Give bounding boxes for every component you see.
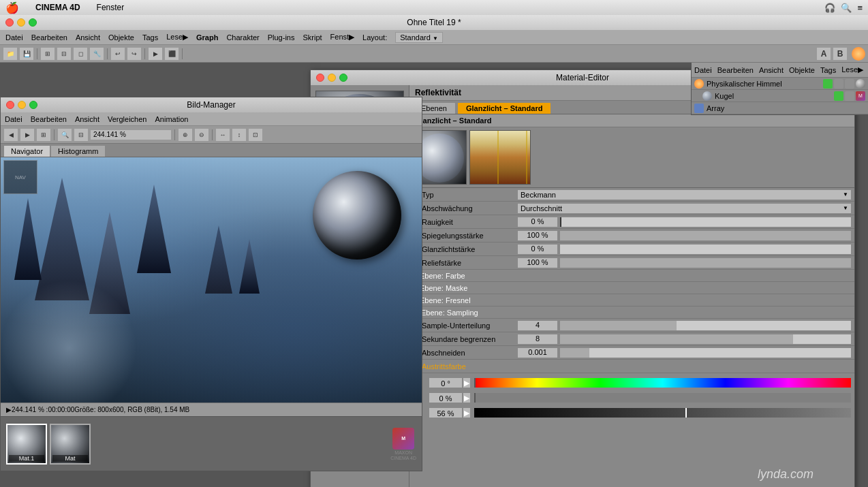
menu-charakter[interactable]: Charakter [226, 33, 259, 42]
obj-item-kugel[interactable]: Kugel M [692, 90, 868, 102]
prop-slider-raui[interactable] [559, 217, 852, 227]
menu-bearbeiten[interactable]: Bearbeiten [31, 33, 67, 42]
bild-playback[interactable]: ▶ [6, 406, 12, 413]
section-ebene-farbe[interactable]: ▶ Ebene: Farbe [409, 270, 854, 282]
mat-thumb-mat[interactable]: Mat [50, 424, 91, 465]
bild-menu-bearbeiten[interactable]: Bearbeiten [31, 115, 67, 123]
menu-objekte[interactable]: Objekte [108, 33, 134, 42]
menu-skript[interactable]: Skript [303, 33, 322, 42]
toolbar-btn-8[interactable]: ↪ [127, 47, 142, 61]
color-value-v[interactable]: 56 % [429, 407, 463, 418]
bild-menu-datei[interactable]: Datei [5, 115, 22, 123]
bild-tool-1[interactable]: ◀ [3, 128, 18, 142]
bild-menu-ansicht[interactable]: Ansicht [75, 115, 99, 123]
toolbar-btn-render2[interactable]: ⬛ [164, 47, 179, 61]
toolbar-btn-4[interactable]: ⊟ [57, 47, 72, 61]
menu-fenst[interactable]: Fenst▶ [330, 33, 355, 42]
bild-tab-histogramm[interactable]: Histogramm [50, 145, 106, 157]
section-ebene-sampling[interactable]: ▼ Ebene: Sampling [409, 307, 854, 319]
menu-plugins[interactable]: Plug-ins [268, 33, 295, 42]
bild-tool-10[interactable]: ⊡ [248, 128, 263, 142]
search-icon[interactable]: 🔍 [841, 3, 852, 13]
bild-tab-navigator[interactable]: Navigator [3, 145, 50, 157]
fenster-menu[interactable]: Fenster [94, 3, 127, 12]
obj-menu-lese[interactable]: Lese▶ [841, 65, 863, 74]
bild-min[interactable] [18, 101, 26, 109]
color-value-h[interactable]: 0 ° [429, 377, 463, 388]
prop-input-reli[interactable]: 100 % [517, 257, 558, 268]
prop-input-sekund[interactable]: 8 [517, 334, 558, 345]
prop-slider-glanz[interactable] [559, 244, 852, 255]
mat-editor-min[interactable] [328, 74, 336, 82]
obj-tag-mat[interactable]: M [856, 91, 865, 101]
toolbar-btn-render[interactable]: ▶ [148, 47, 163, 61]
toolbar-btn-A[interactable]: A [816, 47, 831, 61]
bild-menu-animation[interactable]: Animation [155, 115, 188, 123]
prop-input-glanz[interactable]: 0 % [517, 244, 558, 255]
toolbar-btn-7[interactable]: ↩ [110, 47, 125, 61]
obj-menu-datei[interactable]: Datei [694, 66, 712, 74]
bild-tool-8[interactable]: ↔ [215, 128, 230, 142]
obj-tag-sphere[interactable] [856, 79, 865, 89]
bild-close[interactable] [6, 101, 14, 109]
bild-tool-2[interactable]: ▶ [20, 128, 35, 142]
airplay-icon[interactable]: 🎧 [824, 3, 835, 13]
menu-ansicht[interactable]: Ansicht [76, 33, 100, 42]
mat-editor-close[interactable] [316, 74, 324, 82]
prop-slider-sekund[interactable] [559, 334, 852, 345]
bild-zoom-input[interactable]: 244.141 % [90, 129, 172, 140]
color-stepper-v[interactable]: ▶ [463, 407, 471, 418]
obj-item-himmel[interactable]: Physikalischer Himmel [692, 78, 868, 90]
toolbar-btn-6[interactable]: 🔧 [89, 47, 104, 61]
apple-menu[interactable]: 🍎 [5, 1, 19, 14]
menu-tags[interactable]: Tags [142, 33, 158, 42]
section-ebene-maske[interactable]: ▶ Ebene: Maske [409, 282, 854, 294]
obj-menu-bearbeiten[interactable]: Bearbeiten [717, 66, 754, 74]
close-button[interactable] [5, 18, 14, 27]
prop-input-spieg[interactable]: 100 % [517, 230, 558, 241]
menu-datei[interactable]: Datei [5, 33, 23, 42]
material-thumb-2[interactable]: Mat [50, 424, 91, 465]
obj-tag-kugel-grey[interactable] [845, 91, 854, 101]
bild-tool-9[interactable]: ↕ [232, 128, 247, 142]
mat-editor-max[interactable] [339, 74, 347, 82]
obj-tag-kugel-green[interactable] [834, 91, 843, 101]
bild-tool-3[interactable]: ⊞ [36, 128, 51, 142]
app-name[interactable]: CINEMA 4D [33, 3, 83, 12]
menu-lese[interactable]: Lese▶ [166, 33, 188, 42]
color-stepper-s[interactable]: ▶ [463, 392, 471, 403]
toolbar-btn-1[interactable]: 📁 [3, 47, 18, 61]
bild-tool-7[interactable]: ⊖ [194, 128, 209, 142]
val-slider[interactable] [474, 407, 852, 418]
prop-slider-spieg[interactable] [559, 230, 852, 241]
toolbar-btn-B[interactable]: B [833, 47, 848, 61]
hue-slider[interactable] [474, 377, 852, 388]
minimize-button[interactable] [17, 18, 25, 27]
prop-select-absch[interactable]: Durchschnitt ▼ [517, 203, 852, 214]
prop-slider-sample[interactable] [559, 320, 852, 331]
prop-input-raui[interactable]: 0 % [517, 217, 558, 227]
obj-tag-green[interactable] [823, 79, 833, 89]
sat-slider[interactable] [474, 392, 852, 403]
toolbar-btn-3[interactable]: ⊞ [40, 47, 55, 61]
color-stepper-h[interactable]: ▶ [463, 377, 471, 388]
toolbar-btn-5[interactable]: ◻ [73, 47, 88, 61]
bild-tool-5[interactable]: ⊟ [74, 128, 89, 142]
prop-input-sample[interactable]: 4 [517, 320, 558, 331]
mat-tab-glanzlicht[interactable]: Glanzlicht – Standard [457, 102, 551, 114]
obj-tag-grey1[interactable] [834, 79, 843, 89]
prop-slider-reli[interactable] [559, 257, 852, 268]
bild-tool-6[interactable]: ⊕ [178, 128, 193, 142]
section-ebene-fresnel[interactable]: ▶ Ebene: Fresnel [409, 294, 854, 307]
obj-menu-ansicht[interactable]: Ansicht [759, 66, 784, 74]
bild-tool-4[interactable]: 🔍 [57, 128, 72, 142]
bild-menu-vergleichen[interactable]: Vergleichen [108, 115, 147, 123]
obj-item-array[interactable]: Array [692, 102, 868, 114]
obj-tag-grey2[interactable] [845, 79, 854, 89]
mat-thumb-mat1[interactable]: Mat.1 [6, 424, 47, 465]
bild-max[interactable] [29, 101, 37, 109]
color-value-s[interactable]: 0 % [429, 392, 463, 403]
prop-select-typ[interactable]: Beckmann ▼ [517, 189, 852, 200]
mat-gradient-preview[interactable] [469, 130, 531, 185]
obj-menu-tags[interactable]: Tags [820, 66, 836, 74]
